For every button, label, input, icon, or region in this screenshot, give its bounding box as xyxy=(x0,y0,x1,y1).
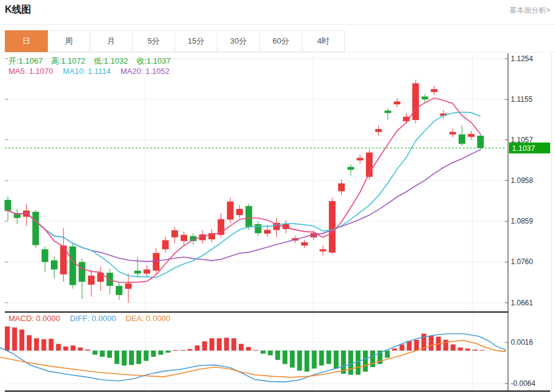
tab-60min[interactable]: 60分 xyxy=(260,30,302,52)
macd-bar xyxy=(451,344,456,350)
macd-bar xyxy=(63,347,68,351)
macd-bar xyxy=(19,330,24,351)
candlestick xyxy=(181,235,187,241)
macd-bar xyxy=(210,338,214,350)
tab-month[interactable]: 月 xyxy=(90,30,133,52)
candlestick xyxy=(51,261,58,270)
candlestick xyxy=(79,262,85,282)
macd-bar xyxy=(115,351,119,364)
tab-week[interactable]: 周 xyxy=(48,30,90,52)
macd-bar xyxy=(268,351,273,356)
legend-high: 高:1.1072 xyxy=(51,56,85,65)
legend-macd-value: MACD: 0.0000 xyxy=(8,314,60,323)
title-divider xyxy=(0,24,555,25)
candlestick xyxy=(42,249,48,262)
price-axis-label: 1.0958 xyxy=(511,176,533,185)
candlestick xyxy=(338,184,345,191)
price-axis-label: 1.0661 xyxy=(511,299,533,307)
legend-ma20: MA20: 1.1052 xyxy=(121,67,170,76)
macd-bar xyxy=(12,327,17,350)
candlestick xyxy=(468,134,474,137)
candlestick xyxy=(412,84,419,120)
candlestick xyxy=(459,135,465,144)
macd-bar xyxy=(231,338,236,350)
macd-bar xyxy=(224,337,229,350)
candlestick xyxy=(227,202,234,220)
candlestick xyxy=(320,249,327,251)
macd-bar xyxy=(305,351,310,372)
candlestick xyxy=(422,96,428,99)
macd-bar xyxy=(348,351,353,375)
candlestick xyxy=(254,224,261,233)
tabbar-underline xyxy=(0,52,555,53)
legend-ma10: MA10: 1.1114 xyxy=(63,67,111,76)
candlestick xyxy=(171,230,178,238)
fundamental-analysis-link[interactable]: 基本面分析> xyxy=(510,5,550,16)
tab-4hour[interactable]: 4时 xyxy=(302,30,345,52)
candlestick xyxy=(329,201,336,253)
macd-bar xyxy=(356,351,361,375)
macd-bar xyxy=(429,336,434,351)
tab-30min[interactable]: 30分 xyxy=(218,30,260,52)
macd-bar xyxy=(239,344,244,351)
tab-day[interactable]: 日 xyxy=(5,30,48,52)
candlestick xyxy=(144,270,150,274)
macd-bar xyxy=(188,349,193,351)
macd-bar xyxy=(107,351,112,358)
candlestick xyxy=(135,271,141,274)
macd-bar xyxy=(34,338,39,350)
candlestick xyxy=(385,110,391,113)
candlestick xyxy=(70,247,76,285)
candlestick xyxy=(236,209,243,215)
macd-bar xyxy=(275,351,280,360)
macd-bar xyxy=(444,340,448,351)
candlestick xyxy=(450,132,456,135)
legend-close: 收:1.1037 xyxy=(136,56,170,65)
macd-bar xyxy=(370,351,375,367)
macd-bar xyxy=(100,351,105,357)
candlestick xyxy=(347,167,354,170)
price-axis-label: 1.1254 xyxy=(511,55,533,63)
candlestick xyxy=(431,89,437,92)
macd-bar xyxy=(144,351,148,361)
macd-bar xyxy=(261,351,265,354)
macd-bar xyxy=(129,351,134,365)
dea-line xyxy=(0,341,506,377)
macd-bar xyxy=(297,351,302,371)
macd-bar xyxy=(136,351,141,364)
macd-bar xyxy=(85,350,90,351)
candlestick xyxy=(375,129,382,132)
candlestick xyxy=(357,158,364,161)
candlestick xyxy=(125,284,131,289)
candlestick xyxy=(162,240,169,249)
macd-bar xyxy=(458,348,463,351)
ohlc-legend: 开:1.1067高:1.1072低:1.1032收:1.1037 xyxy=(8,56,179,67)
macd-bar xyxy=(473,350,477,351)
macd-bar xyxy=(312,351,317,369)
macd-bar xyxy=(202,341,207,350)
macd-bar xyxy=(327,351,331,364)
macd-bar xyxy=(253,350,258,351)
macd-bar xyxy=(56,344,61,351)
macd-bar xyxy=(290,351,294,368)
candlestick xyxy=(264,230,271,233)
legend-low: 低:1.1032 xyxy=(94,56,128,65)
macd-bar xyxy=(41,339,46,351)
candlestick xyxy=(5,200,12,211)
ma-legend: MA5: 1.1070MA10: 1.1114MA20: 1.1052 xyxy=(8,67,179,76)
price-axis-label: 1.1155 xyxy=(511,95,533,104)
tab-15min[interactable]: 15分 xyxy=(175,30,218,52)
tab-5min[interactable]: 5分 xyxy=(133,30,175,52)
macd-bar xyxy=(363,351,368,372)
candlestick xyxy=(88,276,95,285)
page-title: K线图 xyxy=(5,4,32,16)
macd-axis-label: 0.0016 xyxy=(511,338,533,347)
macd-bar xyxy=(27,335,32,350)
candlestick xyxy=(116,286,122,295)
legend-open: 开:1.1067 xyxy=(8,56,42,65)
macd-bar xyxy=(165,351,170,353)
macd-bar xyxy=(151,351,156,357)
macd-bar xyxy=(246,347,251,351)
period-tabbar: 日 周 月 5分 15分 30分 60分 4时 xyxy=(5,30,345,52)
candlestick xyxy=(107,273,113,286)
